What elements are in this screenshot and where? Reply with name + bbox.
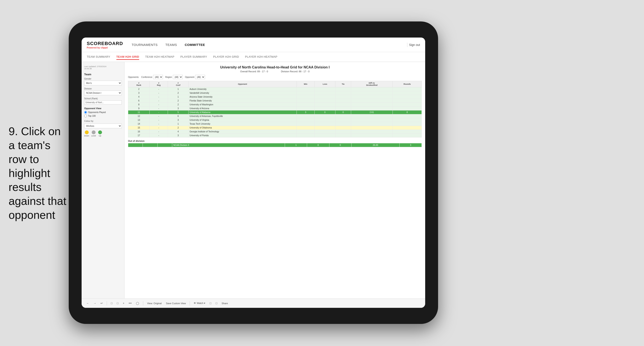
cell-conf: 1: [168, 95, 188, 99]
ood-diff: 26.00: [351, 143, 400, 147]
table-row[interactable]: NCAA Division II 1 0 0 26.00 3: [128, 143, 422, 147]
gender-select[interactable]: Men's: [84, 81, 122, 85]
cell-rank: 8: [128, 103, 150, 107]
subnav-player-h2h-heatmap[interactable]: PLAYER H2H HEATMAP: [245, 54, 278, 60]
share-button[interactable]: Share: [220, 301, 229, 305]
gender-label: Gender: [84, 78, 122, 80]
subnav-team-h2h-grid[interactable]: TEAM H2H GRID: [116, 54, 139, 60]
table-row[interactable]: 9 - 3 University of Arizona: [128, 107, 422, 110]
cell-tie: [336, 134, 351, 137]
cell-opponent: University of Washington: [188, 103, 296, 107]
cell-win: [296, 114, 314, 118]
nav-links: TOURNAMENTS TEAMS COMMITTEE: [132, 42, 406, 47]
ood-conf: [158, 143, 172, 147]
radio-opponents-played[interactable]: Opponents Played: [84, 111, 122, 114]
radio-top-100[interactable]: Top 100: [84, 115, 122, 117]
conference-filter-select[interactable]: (All): [153, 75, 163, 79]
table-row[interactable]: 2 - 1 Auburn University: [128, 87, 422, 91]
annotation-text: 9. Click on a team's row to highlight re…: [8, 124, 69, 222]
nav-teams[interactable]: TEAMS: [165, 42, 177, 47]
logo-powered: Powered by clippd: [87, 46, 123, 49]
subnav-player-h2h-grid[interactable]: PLAYER H2H GRID: [213, 54, 239, 60]
cell-reg: -: [150, 103, 168, 107]
cell-conf: 2: [168, 99, 188, 103]
cell-win: [296, 126, 314, 130]
save-custom-view-label: Save Custom View: [166, 302, 186, 305]
screenshot-button[interactable]: □: [208, 301, 212, 306]
subnav-player-summary[interactable]: PLAYER SUMMARY: [180, 54, 207, 60]
col-rank: #Rank: [128, 81, 150, 87]
col-tie: Tie: [336, 81, 351, 87]
cell-loss: [314, 99, 336, 103]
subnav-team-summary[interactable]: TEAM SUMMARY: [87, 54, 110, 60]
region-filter-select[interactable]: (All): [173, 75, 183, 79]
cell-opponent: University of Virginia: [188, 118, 296, 122]
division-select[interactable]: NCAA Division I: [84, 90, 122, 95]
cell-rounds: [392, 130, 422, 134]
cell-diff: [351, 87, 392, 91]
sub-nav: TEAM SUMMARY TEAM H2H GRID TEAM H2H HEAT…: [82, 52, 425, 62]
cell-rank: 14: [128, 122, 150, 126]
cell-conf: 2: [168, 103, 188, 107]
cell-conf: 2: [168, 91, 188, 95]
colour-by-select[interactable]: Win/loss: [84, 124, 122, 128]
table-row[interactable]: 16 - 4 Georgia Institute of Technology: [128, 130, 422, 134]
cell-reg: -: [150, 99, 168, 103]
colour-by-section: Colour by Win/loss Down Level: [84, 120, 122, 137]
paste-button[interactable]: □: [116, 301, 120, 306]
cell-win: [296, 95, 314, 99]
table-row[interactable]: 13 - 3 University of Virginia: [128, 118, 422, 122]
ood-name: NCAA Division II: [172, 143, 285, 147]
nav-committee[interactable]: COMMITTEE: [185, 42, 205, 47]
legend-level: Level: [91, 130, 96, 137]
cell-diff: [351, 91, 392, 95]
cell-win: [296, 130, 314, 134]
settings-button[interactable]: □: [214, 301, 218, 306]
menu-button[interactable]: •••: [127, 301, 133, 306]
opponent-view-radios: Opponents Played Top 100: [84, 111, 122, 117]
nav-tournaments[interactable]: TOURNAMENTS: [132, 42, 158, 47]
refresh-button[interactable]: ◯: [135, 301, 140, 306]
cell-loss: [314, 107, 336, 110]
cell-loss: [314, 118, 336, 122]
undo-button[interactable]: ←: [85, 301, 90, 306]
table-row[interactable]: 15 - 2 University of Oklahoma: [128, 126, 422, 130]
cell-conf: 5: [168, 110, 188, 114]
add-button[interactable]: +: [122, 301, 126, 306]
sign-out-button[interactable]: Sign out: [409, 43, 420, 46]
cell-opponent: University of Arkansas, Fayetteville: [188, 114, 296, 118]
cell-win: [296, 122, 314, 126]
watch-label: 👁 Watch ▾: [194, 302, 205, 305]
bottom-toolbar: ← → ↩ □ □ + ••• ◯ View: Original Save Cu…: [82, 298, 425, 308]
cell-rounds: [392, 99, 422, 103]
view-original-button[interactable]: View: Original: [146, 301, 163, 305]
opponent-filter-select[interactable]: (All): [195, 75, 205, 79]
cell-rank: 11: [128, 110, 150, 114]
watch-button[interactable]: 👁 Watch ▾: [192, 301, 206, 305]
save-custom-view-button[interactable]: Save Custom View: [165, 301, 187, 305]
redo-button[interactable]: →: [92, 301, 98, 306]
cell-rank: 4: [128, 95, 150, 99]
table-row[interactable]: 8 - 2 University of Washington: [128, 103, 422, 107]
cell-conf: 3: [168, 107, 188, 110]
colour-by-label: Colour by: [84, 120, 122, 122]
conference-filter-label: Conference: [141, 76, 152, 78]
cell-loss: [314, 114, 336, 118]
table-row[interactable]: 14 - 1 Texas Tech University: [128, 122, 422, 126]
table-row[interactable]: 17 - 3 University of Florida: [128, 134, 422, 137]
sidebar: Last Updated: 27/03/2024 16:55:38 Team G…: [82, 62, 124, 298]
table-row[interactable]: 3 - 2 Vanderbilt University: [128, 91, 422, 95]
cell-rank: 6: [128, 99, 150, 103]
cell-loss: [314, 103, 336, 107]
cell-diff: [351, 122, 392, 126]
subnav-team-h2h-heatmap[interactable]: TEAM H2H HEATMAP: [145, 54, 174, 60]
table-row[interactable]: 6 - 2 Florida State University: [128, 99, 422, 103]
col-opponent: Opponent: [188, 81, 296, 87]
table-row[interactable]: 11 - 5 University of Alabama 3 0 0 2.61 …: [128, 110, 422, 114]
table-row[interactable]: 12 - 6 University of Arkansas, Fayettevi…: [128, 114, 422, 118]
reset-button[interactable]: ↩: [99, 301, 104, 306]
cell-diff: [351, 114, 392, 118]
copy-button[interactable]: □: [110, 301, 114, 306]
cell-diff: [351, 103, 392, 107]
table-row[interactable]: 4 - 1 Arizona State University: [128, 95, 422, 99]
